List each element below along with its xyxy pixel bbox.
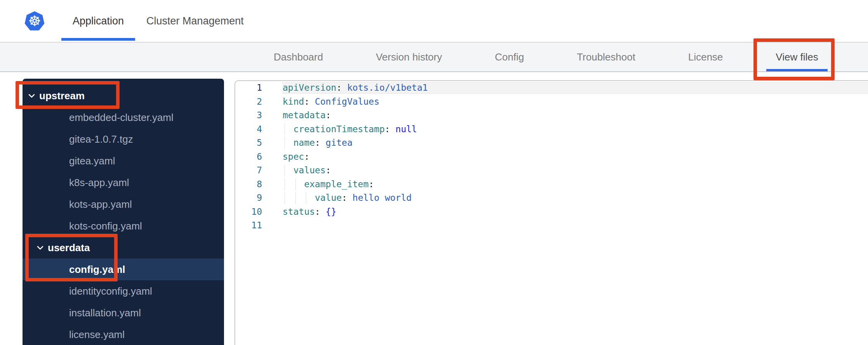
tree-item-label: installation.yaml xyxy=(69,307,141,319)
code-line-3[interactable]: 3metadata: xyxy=(235,109,868,122)
tree-folder-userdata[interactable]: userdata xyxy=(23,237,224,259)
header-tab-cluster-management[interactable]: Cluster Management xyxy=(135,0,255,42)
tree-file-identityconfig-yaml[interactable]: identityconfig.yaml xyxy=(23,280,224,302)
line-number: 8 xyxy=(235,178,262,191)
tree-item-label: kots-app.yaml xyxy=(69,198,132,210)
code-text: kind: ConfigValues xyxy=(283,95,379,109)
code-line-7[interactable]: 7 values: xyxy=(235,164,868,178)
tree-item-label: userdata xyxy=(48,242,90,254)
line-number: 4 xyxy=(235,122,262,136)
line-number: 1 xyxy=(235,81,262,95)
nav-tab-config[interactable]: Config xyxy=(495,43,524,71)
kubernetes-logo-icon[interactable]: ☸ xyxy=(24,10,45,33)
tree-file-config-yaml[interactable]: config.yaml xyxy=(23,259,224,280)
code-line-4[interactable]: 4 creationTimestamp: null xyxy=(235,122,868,136)
code-line-8[interactable]: 8 example_item: xyxy=(235,178,868,191)
code-lines: 1apiVersion: kots.io/v1beta12kind: Confi… xyxy=(235,81,868,233)
tree-file-k8s-app-yaml[interactable]: k8s-app.yaml xyxy=(23,172,224,193)
tree-file-installation-yaml[interactable]: installation.yaml xyxy=(23,302,224,324)
nav-tab-troubleshoot[interactable]: Troubleshoot xyxy=(577,43,635,71)
line-number: 10 xyxy=(235,205,262,219)
code-line-1[interactable]: 1apiVersion: kots.io/v1beta1 xyxy=(235,81,868,95)
app-header: ☸ ApplicationCluster Management xyxy=(0,0,868,43)
code-line-11[interactable]: 11 xyxy=(235,219,868,233)
header-tabs: ApplicationCluster Management xyxy=(61,0,255,42)
tree-item-label: embedded-cluster.yaml xyxy=(69,112,174,124)
nav-tab-license[interactable]: License xyxy=(688,43,723,71)
nav-tab-version-history[interactable]: Version history xyxy=(376,43,442,71)
line-number: 9 xyxy=(235,191,262,205)
tree-item-label: config.yaml xyxy=(69,264,125,276)
code-text: values: xyxy=(283,164,331,178)
yaml-file-viewer[interactable]: 1apiVersion: kots.io/v1beta12kind: Confi… xyxy=(234,80,868,345)
code-text: status: {} xyxy=(283,205,337,219)
code-text: apiVersion: kots.io/v1beta1 xyxy=(283,81,428,95)
line-number: 11 xyxy=(235,219,262,233)
line-number: 3 xyxy=(235,109,262,122)
chevron-down-icon[interactable] xyxy=(37,246,43,250)
tree-item-label: gitea.yaml xyxy=(69,155,115,167)
code-text: spec: xyxy=(283,150,309,164)
tree-file-kots-config-yaml[interactable]: kots-config.yaml xyxy=(23,215,224,237)
code-text: metadata: xyxy=(283,109,331,122)
code-line-9[interactable]: 9 value: hello world xyxy=(235,191,868,205)
kots-admin-console: ☸ ApplicationCluster Management Dashboar… xyxy=(0,0,868,345)
tree-file-gitea-1-0-7-tgz[interactable]: gitea-1.0.7.tgz xyxy=(23,128,224,150)
tree-item-label: upstream xyxy=(39,90,85,102)
helm-wheel-glyph: ☸ xyxy=(28,13,41,29)
nav-tab-view-files[interactable]: View files xyxy=(776,43,818,71)
code-text: creationTimestamp: null xyxy=(283,122,417,136)
code-text: example_item: xyxy=(283,178,374,191)
tree-folder-upstream[interactable]: upstream xyxy=(23,85,224,107)
line-number: 7 xyxy=(235,164,262,178)
code-text: value: hello world xyxy=(283,191,411,205)
line-number: 6 xyxy=(235,150,262,164)
code-line-10[interactable]: 10status: {} xyxy=(235,205,868,219)
line-number: 2 xyxy=(235,95,262,109)
file-tree-sidebar: upstreamembedded-cluster.yamlgitea-1.0.7… xyxy=(23,79,224,345)
code-line-6[interactable]: 6spec: xyxy=(235,150,868,164)
tree-file-embedded-cluster-yaml[interactable]: embedded-cluster.yaml xyxy=(23,107,224,128)
tree-file-gitea-yaml[interactable]: gitea.yaml xyxy=(23,150,224,172)
nav-tab-dashboard[interactable]: Dashboard xyxy=(274,43,323,71)
tree-item-label: k8s-app.yaml xyxy=(69,177,129,189)
header-tab-application[interactable]: Application xyxy=(61,0,135,42)
section-tabs: DashboardVersion historyConfigTroublesho… xyxy=(274,43,818,71)
tree-item-label: license.yaml xyxy=(69,329,125,341)
line-number: 5 xyxy=(235,136,262,150)
tree-item-label: identityconfig.yaml xyxy=(69,285,152,297)
code-line-2[interactable]: 2kind: ConfigValues xyxy=(235,95,868,109)
code-line-5[interactable]: 5 name: gitea xyxy=(235,136,868,150)
tree-item-label: kots-config.yaml xyxy=(69,220,142,232)
code-text: name: gitea xyxy=(283,136,352,150)
chevron-down-icon[interactable] xyxy=(28,94,35,98)
tree-file-license-yaml[interactable]: license.yaml xyxy=(23,324,224,345)
app-section-nav: DashboardVersion historyConfigTroublesho… xyxy=(0,43,868,72)
tree-item-label: gitea-1.0.7.tgz xyxy=(69,133,133,145)
tree-file-kots-app-yaml[interactable]: kots-app.yaml xyxy=(23,193,224,215)
kubernetes-helm-wheel-icon: ☸ xyxy=(24,10,45,33)
